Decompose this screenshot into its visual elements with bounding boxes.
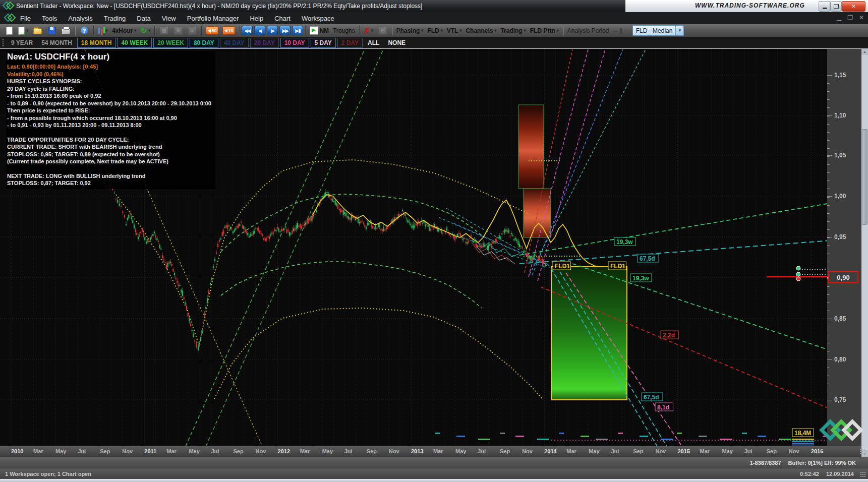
price-tick-label: 1,15: [834, 72, 846, 79]
menu-view[interactable]: View: [156, 13, 182, 24]
app-logo-icon: [4, 2, 13, 11]
resize-grip[interactable]: [859, 448, 866, 455]
svg-text:19,3w: 19,3w: [632, 275, 649, 282]
timeframe-2-day[interactable]: 2 DAY: [337, 38, 363, 48]
toolbar-menu-fld[interactable]: FLD▾: [425, 25, 444, 36]
back-50-button[interactable]: 50: [204, 25, 220, 36]
app-status-bar: 1 Workspace open; 1 Chart open 0:52:42 1…: [0, 468, 868, 479]
mdi-minimize-icon[interactable]: ▁: [837, 14, 841, 21]
mdi-close-icon[interactable]: ✕: [859, 14, 864, 21]
price-tick-label: 0,85: [834, 315, 846, 322]
time-tick-label: May: [455, 448, 466, 454]
menu-workspace[interactable]: Workspace: [296, 13, 340, 24]
mdi-restore-icon[interactable]: ❐: [847, 14, 853, 21]
menu-portfolio-manager[interactable]: Portfolio Manager: [182, 13, 245, 24]
timeframe-dropdown[interactable]: 4xHour▾: [110, 25, 138, 36]
synopsis-line: HURST CYCLES SYNOPSIS:: [7, 78, 211, 85]
restore-button[interactable]: [830, 1, 842, 12]
timeframe-9-year[interactable]: 9 YEAR: [8, 38, 36, 47]
synopsis-line: Last: 0,90[0:00:00] Analysis: [0:45]: [7, 63, 211, 71]
grid-icon: ⊞: [378, 26, 387, 35]
timeframe-all[interactable]: ALL: [364, 38, 383, 47]
refresh-button[interactable]: ↻▾: [138, 25, 152, 36]
close-button[interactable]: ✕: [842, 1, 865, 12]
clear-analysis-button[interactable]: ✗▾: [362, 25, 376, 36]
timeframe-5-day[interactable]: 5 DAY: [311, 38, 336, 48]
save-icon: [48, 27, 55, 34]
menu-data[interactable]: Data: [131, 13, 156, 24]
nav-next-button[interactable]: ▶▶: [279, 26, 291, 35]
menu-trading[interactable]: Trading: [98, 13, 132, 24]
fld-median-combo-arrow[interactable]: ▼: [676, 25, 684, 36]
timeframe-18-month[interactable]: 18 MONTH: [77, 38, 116, 48]
timeframe-10-day[interactable]: 10 DAY: [280, 38, 309, 48]
chart-status-bar: 1-8387/8387 Buffer: 0[1%] Eff: 99% OK: [0, 457, 868, 468]
save-button[interactable]: [44, 25, 59, 36]
workspace-status: 1 Workspace open; 1 Chart open: [5, 471, 91, 477]
price-axis[interactable]: 1,151,101,051,000,950,900,850,800,75: [827, 48, 861, 446]
timeframe-40-day[interactable]: 40 DAY: [220, 38, 249, 48]
troughs-button[interactable]: Troughs: [331, 25, 357, 36]
time-axis[interactable]: 2010MarMayJulSepNov2011MarMayJulSepNov20…: [0, 446, 861, 457]
clock: 0:52:42: [800, 471, 819, 477]
menu-tools[interactable]: Tools: [36, 13, 63, 24]
toolbar-menu-fld-pttn[interactable]: FLD Pttn▾: [528, 25, 561, 36]
scroll-up-icon[interactable]: ▲: [861, 48, 868, 55]
menu-file[interactable]: File: [15, 13, 36, 24]
help-button[interactable]: ?: [77, 25, 91, 36]
menu-chart[interactable]: Chart: [269, 13, 296, 24]
nav-first-button[interactable]: ◀◀: [242, 26, 253, 35]
window-title: Sentient Trader - Workspace: New - [USDC…: [16, 3, 422, 10]
minimize-button[interactable]: [819, 1, 830, 12]
chart-canvas[interactable]: FLD1FLD119,3w67,5d19,3w2,2d67,5d8,1d18,4…: [0, 48, 827, 446]
lines-button-disabled: ≡: [185, 25, 199, 36]
drag-grip[interactable]: [2, 39, 5, 46]
time-tick-label: Sep: [234, 448, 244, 454]
time-tick-label: Jul: [744, 448, 753, 454]
print-button[interactable]: [59, 25, 73, 36]
price-tick-label: 1,05: [834, 152, 846, 159]
timeframe-80-day[interactable]: 80 DAY: [190, 38, 218, 48]
open-button[interactable]: [30, 25, 44, 36]
nav-play-button[interactable]: ▶: [267, 26, 278, 35]
title-bar: Sentient Trader - Workspace: New - [USDC…: [0, 0, 868, 12]
time-tick-label: 2010: [11, 448, 23, 454]
chart-type-button[interactable]: ▾: [96, 25, 110, 36]
svg-text:FLD1: FLD1: [610, 263, 625, 270]
time-tick-label: Jul: [211, 448, 219, 454]
timeframe-40-week[interactable]: 40 WEEK: [118, 38, 152, 48]
time-tick-label: Sep: [633, 448, 643, 454]
grid-button-disabled: ⊞: [376, 25, 390, 36]
time-tick-label: Mar: [166, 448, 177, 454]
scrollbar-thumb[interactable]: [862, 129, 867, 225]
timeframe-54-month[interactable]: 54 MONTH: [38, 38, 76, 47]
synopsis-line: - to 0,89 - 0,90 (expected to be oversho…: [7, 100, 211, 107]
timeframe-20-week[interactable]: 20 WEEK: [153, 38, 188, 48]
nav-prev-button[interactable]: ◀: [254, 26, 265, 35]
menu-help[interactable]: Help: [244, 13, 269, 24]
toolbar-menu-vtl[interactable]: VTL▾: [445, 25, 464, 36]
menu-analysis[interactable]: Analysis: [63, 13, 98, 24]
toolbar-menu-channels[interactable]: Channels▾: [464, 25, 498, 36]
watermark-logo: [815, 413, 867, 447]
new-chart-button[interactable]: [2, 25, 16, 36]
chart-info-block: New1: USDCHF(4 x hour) Last: 0,90[0:00:0…: [6, 51, 215, 189]
fld-median-combo[interactable]: FLD - Median: [632, 25, 676, 36]
help-icon: ?: [81, 27, 88, 34]
svg-text:2,2d: 2,2d: [663, 332, 675, 339]
timeframe-none[interactable]: NONE: [384, 38, 409, 47]
resize-grip[interactable]: [860, 471, 866, 478]
add-chart-button[interactable]: ▾: [16, 25, 30, 36]
back-10-button[interactable]: 10: [220, 25, 237, 36]
nm-button[interactable]: NM: [308, 25, 331, 36]
timeframe-20-day[interactable]: 20 DAY: [250, 38, 279, 48]
toolbar-menu-phasing[interactable]: Phasing▾: [394, 25, 426, 36]
time-tick-label: Jul: [78, 448, 86, 454]
synopsis-line: [7, 165, 211, 172]
nav-last-button[interactable]: ▶▮: [292, 26, 303, 35]
vertical-scrollbar[interactable]: ▲ ▼: [861, 48, 868, 457]
synopsis-line: CURRENT TRADE: SHORT with BEARISH underl…: [7, 143, 211, 151]
toolbar-menus: Phasing▾FLD▾VTL▾Channels▾Trading▾FLD Ptt…: [394, 25, 561, 36]
analysis-period-jump-button[interactable]: →❙: [611, 25, 625, 36]
toolbar-menu-trading[interactable]: Trading▾: [498, 25, 528, 36]
